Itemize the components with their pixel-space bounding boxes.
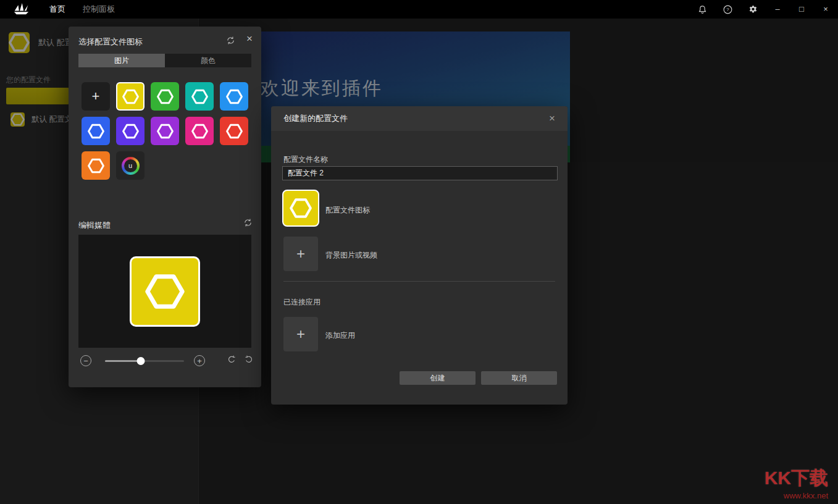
add-icon-tile[interactable]: + bbox=[82, 82, 110, 111]
dialog-close-icon[interactable]: × bbox=[549, 112, 555, 125]
media-preview-hex-icon[interactable] bbox=[130, 256, 200, 327]
add-background-button[interactable]: + bbox=[283, 237, 318, 271]
zoom-out-button[interactable]: − bbox=[80, 355, 91, 366]
add-app-label: 添加应用 bbox=[325, 330, 355, 341]
corsair-logo-icon bbox=[14, 3, 32, 15]
zoom-slider[interactable] bbox=[105, 360, 184, 362]
icon-picker-refresh-icon[interactable] bbox=[226, 36, 235, 48]
zoom-in-button[interactable]: + bbox=[194, 355, 205, 366]
icon-indigo-hex[interactable] bbox=[116, 117, 145, 145]
cancel-button[interactable]: 取消 bbox=[481, 371, 557, 385]
icon-teal-hex[interactable] bbox=[185, 82, 214, 111]
tab-image[interactable]: 图片 bbox=[78, 54, 165, 67]
profile-icon-label: 配置文件图标 bbox=[325, 205, 370, 216]
icon-magenta-hex[interactable] bbox=[185, 117, 214, 145]
dialog-header: 创建新的配置文件 × bbox=[271, 106, 568, 131]
notifications-bell-icon[interactable] bbox=[697, 4, 708, 15]
edit-media-refresh-icon[interactable] bbox=[243, 218, 253, 230]
rotate-right-icon[interactable] bbox=[244, 355, 254, 367]
icue-logo-icon bbox=[122, 157, 140, 175]
window-maximize-button[interactable]: □ bbox=[797, 0, 807, 19]
zoom-slider-thumb[interactable] bbox=[136, 357, 145, 365]
nav-dashboard[interactable]: 控制面板 bbox=[83, 4, 115, 15]
add-app-button[interactable]: + bbox=[283, 317, 318, 351]
rotate-left-icon[interactable] bbox=[227, 355, 237, 367]
nav-home[interactable]: 首页 bbox=[49, 4, 65, 15]
icon-azure-hex[interactable] bbox=[220, 82, 248, 111]
titlebar: 首页 控制面板 ? – □ × bbox=[0, 0, 838, 19]
icon-purple-hex[interactable] bbox=[151, 117, 179, 145]
profile-name-label: 配置文件名称 bbox=[283, 154, 328, 165]
profile-icon-tile[interactable] bbox=[282, 190, 319, 227]
icon-picker-close-icon[interactable]: × bbox=[246, 33, 253, 45]
media-preview-canvas[interactable] bbox=[78, 235, 251, 348]
dialog-title: 创建新的配置文件 bbox=[283, 113, 348, 124]
profile-name-input[interactable] bbox=[282, 166, 558, 180]
window-minimize-button[interactable]: – bbox=[773, 0, 782, 19]
edit-media-title: 编輯媒體 bbox=[78, 220, 111, 231]
icon-grid: + bbox=[82, 82, 248, 180]
icon-green-hex[interactable] bbox=[151, 82, 179, 111]
icon-orange-hex[interactable] bbox=[82, 151, 110, 180]
window-close-button[interactable]: × bbox=[821, 0, 831, 19]
tab-color[interactable]: 颜色 bbox=[165, 54, 251, 67]
icon-red-hex[interactable] bbox=[220, 117, 248, 145]
zoom-slider-fill bbox=[105, 360, 141, 362]
settings-gear-icon[interactable] bbox=[747, 4, 758, 15]
dialog-divider bbox=[283, 281, 555, 282]
svg-text:?: ? bbox=[726, 7, 729, 12]
icon-picker-popup: 选择配置文件图标 × 图片 颜色 + 编輯媒體 − + bbox=[69, 27, 261, 387]
icon-blue-hex[interactable] bbox=[82, 117, 110, 145]
icon-yellow-hex[interactable] bbox=[116, 82, 145, 111]
icon-picker-title: 选择配置文件图标 bbox=[78, 36, 143, 48]
connected-apps-label: 已连接应用 bbox=[283, 297, 321, 308]
background-media-label: 背景图片或视频 bbox=[325, 250, 377, 261]
create-button[interactable]: 创建 bbox=[400, 371, 476, 385]
help-icon[interactable]: ? bbox=[722, 4, 733, 15]
icon-picker-tabs: 图片 颜色 bbox=[78, 54, 251, 67]
icon-icue-logo[interactable] bbox=[116, 151, 145, 180]
create-profile-dialog: 创建新的配置文件 × 配置文件名称 配置文件图标 + 背景图片或视频 已连接应用… bbox=[271, 106, 568, 405]
media-controls: − + bbox=[78, 353, 251, 371]
